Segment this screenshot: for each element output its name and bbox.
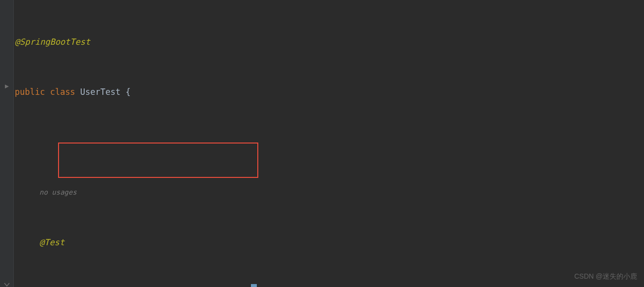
keyword-throws: throws bbox=[165, 284, 195, 287]
paren: ( bbox=[150, 284, 155, 287]
keyword-public: public bbox=[39, 284, 69, 287]
keyword-public: public bbox=[15, 84, 45, 100]
method-end-icon[interactable] bbox=[3, 280, 11, 287]
class-name: UserTest bbox=[80, 84, 121, 100]
keyword-class: class bbox=[50, 84, 75, 100]
open-brace: { bbox=[125, 84, 130, 100]
keyword-void: void bbox=[75, 284, 95, 287]
annotation: @SpringBootTest bbox=[15, 33, 91, 50]
method-name: testImport bbox=[100, 284, 150, 287]
method-collapse-icon[interactable] bbox=[3, 83, 11, 90]
exception-type: Exception bbox=[201, 284, 246, 287]
test-annotation: @Test bbox=[39, 234, 64, 251]
caret-highlight: { bbox=[251, 284, 257, 287]
watermark: CSDN @迷失的小鹿 bbox=[574, 269, 637, 283]
usage-hint[interactable]: no usages bbox=[39, 185, 77, 199]
paren: ) bbox=[155, 284, 160, 287]
editor-gutter bbox=[0, 0, 14, 287]
code-editor[interactable]: @SpringBootTest public class UserTest { … bbox=[0, 0, 644, 287]
